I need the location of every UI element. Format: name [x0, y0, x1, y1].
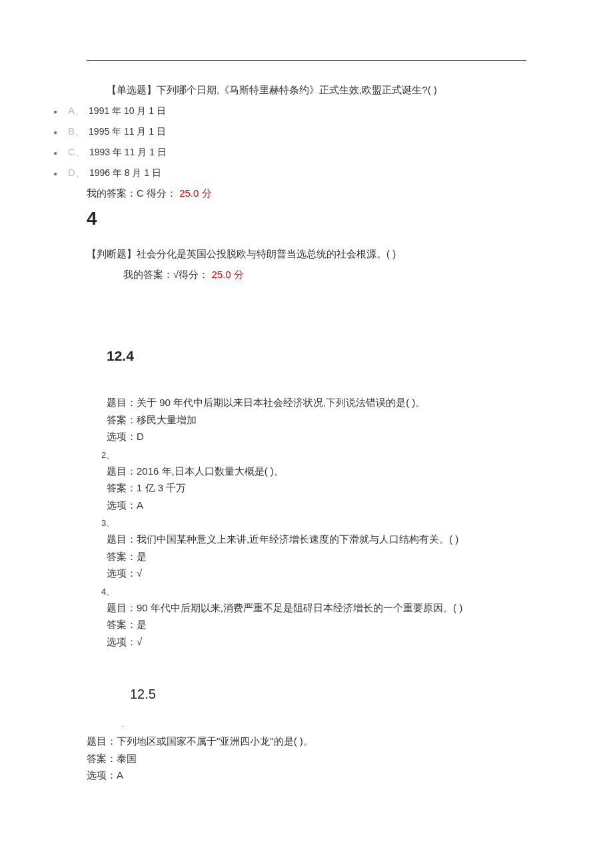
option-letter: C、: [68, 146, 85, 159]
item-question: 题目：下列地区或国家不属于"亚洲四小龙"的是( )。: [87, 733, 526, 750]
option-letter: A、: [68, 105, 85, 117]
q3-option-d: ● D、 1996 年 8 月 1 日: [53, 167, 526, 179]
item-option: 选项：D: [107, 428, 526, 445]
bullet-icon: ●: [53, 108, 57, 115]
section-125-item-1: 题目：下列地区或国家不属于"亚洲四小龙"的是( )。 答案：泰国 选项：A: [87, 733, 526, 784]
bullet-icon: ●: [53, 129, 57, 136]
item-answer: 答案：是: [107, 548, 526, 565]
item-option: 选项：A: [107, 497, 526, 514]
q3-option-c: ● C、 1993 年 11 月 1 日: [53, 146, 526, 159]
score-unit: 分: [231, 269, 244, 280]
item-index-2: 2、: [101, 448, 526, 463]
q3-stem: 【单选题】下列哪个日期,《马斯特里赫特条约》正式生效,欧盟正式诞生?( ): [107, 84, 526, 97]
q3-option-a: ● A、 1991 年 10 月 1 日: [53, 105, 526, 117]
item-question: 题目：我们中国某种意义上来讲,近年经济增长速度的下滑就与人口结构有关。( ): [107, 531, 526, 548]
score-unit: 分: [199, 187, 211, 199]
answer-label: 我的答案：√得分：: [123, 269, 209, 280]
item-question: 题目：90 年代中后期以来,消费严重不足是阻碍日本经济增长的一个重要原因。( ): [107, 599, 526, 617]
option-letter: D、: [68, 167, 85, 179]
item-option: 选项：A: [87, 767, 526, 784]
answer-label: 我的答案：C 得分：: [87, 187, 177, 199]
score-value: 25.0: [211, 269, 231, 280]
section-124-item-2: 题目：2016 年,日本人口数量大概是( )。 答案：1 亿 3 千万 选项：A: [107, 463, 526, 514]
option-letter: B、: [68, 125, 85, 138]
item-option: 选项：√: [107, 565, 526, 582]
q3-my-answer: 我的答案：C 得分： 25.0 分: [87, 187, 526, 200]
tick-mark: 、: [121, 719, 526, 729]
item-option: 选项：√: [107, 633, 526, 651]
item-answer: 答案：1 亿 3 千万: [107, 479, 526, 497]
document-page: 【单选题】下列哪个日期,《马斯特里赫特条约》正式生效,欧盟正式诞生?( ) ● …: [0, 60, 613, 784]
q4-stem: 【判断题】社会分化是英国公投脱欧与特朗普当选总统的社会根源。( ): [87, 248, 526, 261]
item-question: 题目：关于 90 年代中后期以来日本社会经济状况,下列说法错误的是( )。: [107, 394, 526, 411]
item-answer: 答案：泰国: [87, 750, 526, 767]
section-124-title: 12.4: [107, 348, 526, 364]
section-124-item-4: 题目：90 年代中后期以来,消费严重不足是阻碍日本经济增长的一个重要原因。( )…: [107, 599, 526, 651]
score-value: 25.0: [179, 187, 199, 199]
section-124-item-1: 题目：关于 90 年代中后期以来日本社会经济状况,下列说法错误的是( )。 答案…: [107, 394, 526, 445]
option-text: 1991 年 10 月 1 日: [89, 105, 166, 117]
option-text: 1993 年 11 月 1 日: [89, 147, 167, 159]
option-text: 1996 年 8 月 1 日: [89, 167, 161, 179]
item-question: 题目：2016 年,日本人口数量大概是( )。: [107, 463, 526, 480]
section-124-item-3: 题目：我们中国某种意义上来讲,近年经济增长速度的下滑就与人口结构有关。( ) 答…: [107, 531, 526, 582]
q4-my-answer: 我的答案：√得分： 25.0 分: [123, 269, 526, 281]
item-index-4: 4、: [101, 585, 526, 599]
q3-options: ● A、 1991 年 10 月 1 日 ● B、 1995 年 11 月 1 …: [53, 105, 526, 179]
q3-option-b: ● B、 1995 年 11 月 1 日: [53, 125, 526, 138]
item-answer: 答案：是: [107, 616, 526, 633]
item-answer: 答案：移民大量增加: [107, 411, 526, 429]
option-text: 1995 年 11 月 1 日: [89, 126, 166, 138]
bullet-icon: ●: [53, 170, 57, 177]
item-index-3: 3、: [101, 516, 526, 531]
bullet-icon: ●: [53, 149, 57, 157]
divider-line: [87, 60, 526, 61]
question-number-4: 4: [87, 208, 526, 229]
section-125-title: 12.5: [130, 687, 526, 702]
